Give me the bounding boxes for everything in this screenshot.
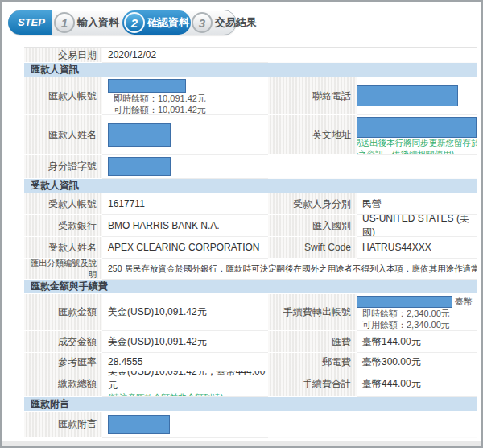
bottom-strip [2,441,481,446]
remit-category-value: 250 居民存放資金於國外銀行，匯款時可決定嗣後在國外之用途者不得列入本項，應依… [102,259,477,280]
step-badge: STEP [8,10,52,35]
remitter-account-label: 匯款人帳號 [24,77,102,115]
section-header-payee: 受款人資訊 [24,179,477,193]
postage-fee-value: 臺幣300.00元 [357,353,477,371]
transaction-date-value: 2020/12/02 [102,48,268,63]
step-indicator: STEP 1 輸入資料 2 確認資料 3 交易結果 [8,10,237,35]
memo-label: 匯款附言 [24,412,102,438]
swift-code-value: HATRUS44XXX [357,237,477,259]
step-3-result: 3 交易結果 [190,10,262,35]
redacted-remitter-account [108,79,186,93]
remit-fee-label: 匯費 [268,331,357,353]
remit-fee-value: 臺幣144.00元 [357,331,477,353]
remitter-name-row: 匯款人姓名 英文地址 (交易送出後本行將同步更新您留存於本行之資訊，供後續相關使… [24,115,477,155]
fee-total-label: 手續費合計 [268,371,357,397]
payee-name-row: 受款人姓名 APEX CLEARING CORPORATION Swift Co… [24,237,477,259]
reference-rate-label: 參考匯率 [24,353,102,371]
remitter-name-label: 匯款人姓名 [24,115,102,155]
id-number-label: 身分證字號 [24,155,102,179]
remit-amount-row: 匯款金額 美金(USD)10,091.42元 手續費轉出帳號 臺幣 即時餘額：2… [24,294,477,331]
remittance-confirm-page: STEP 1 輸入資料 2 確認資料 3 交易結果 交易日期 2020/12/0… [0,0,483,448]
payee-identity-label: 受款人身分別 [268,193,357,215]
reference-rate-value: 28.4555 [102,353,268,371]
deal-amount-value: 美金(USD)10,091.42元 [102,331,268,353]
memo-row: 匯款附言 [24,412,477,438]
fee-account-line: 臺幣 [357,296,473,308]
redacted-fee-account [357,296,452,308]
spacer [268,412,357,438]
remitter-account-cell: 即時餘額：10,091.42元 可用餘額：10,091.42元 [102,77,268,115]
remitter-available-balance: 可用餘額：10,091.42元 [108,104,206,115]
transaction-date-row: 交易日期 2020/12/02 [24,48,477,63]
english-address-note: (交易送出後本行將同步更新您留存於本行之資訊，供後續相關使用) [357,138,477,155]
remitter-account-row: 匯款人帳號 即時餘額：10,091.42元 可用餘額：10,091.42元 聯絡… [24,77,477,115]
fee-account-currency: 臺幣 [455,296,473,307]
swift-code-label: Swift Code [268,237,357,259]
total-payment-value: 美金(USD)10,091.42元，臺幣444.00元 [108,371,268,392]
deal-amount-row: 成交金額 美金(USD)10,091.42元 匯費 臺幣144.00元 [24,331,477,353]
spacer [268,155,357,179]
section-header-remitter: 匯款人資訊 [24,63,477,77]
step-2-confirm-data: 2 確認資料 [122,10,191,35]
redacted-remitter-name [108,123,171,147]
step-2-label: 確認資料 [147,15,189,30]
total-payment-cell: 美金(USD)10,091.42元，臺幣444.00元 (請注意匯款金額並非全額… [102,371,268,397]
total-payment-row: 繳款總額 美金(USD)10,091.42元，臺幣444.00元 (請注意匯款金… [24,371,477,397]
section-payee: 受款人資訊 [24,179,477,193]
english-address-label: 英文地址 [268,115,357,155]
contact-phone-cell [357,77,477,115]
spacer [268,48,357,63]
confirmation-form: 交易日期 2020/12/02 匯款人資訊 匯款人帳號 即時餘額：10,091.… [24,47,477,438]
fee-account-label: 手續費轉出帳號 [268,294,357,331]
fee-available-balance: 可用餘額：2,340.00元 [362,319,450,330]
remit-category-row: 匯出分類編號及說明 250 居民存放資金於國外銀行，匯款時可決定嗣後在國外之用途… [24,259,477,280]
inward-country-label: 匯入國別 [268,215,357,237]
redacted-id-number [108,157,171,176]
section-header-memo: 匯款附言 [24,397,477,412]
step-2-number-icon: 2 [124,12,145,33]
remitter-id-row: 身分證字號 [24,155,477,179]
deal-amount-label: 成交金額 [24,331,102,353]
payee-account-label: 受款人帳號 [24,193,102,215]
payee-identity-value: 民營 [357,193,477,215]
inward-country-value: US-UNITED STATES (美國) [357,215,477,237]
payee-name-label: 受款人姓名 [24,237,102,259]
fee-instant-balance: 即時餘額：2,340.00元 [362,308,450,319]
remit-category-label: 匯出分類編號及說明 [24,259,102,280]
payee-bank-value: BMO HARRIS BANK N.A. [102,215,268,237]
english-address-cell: (交易送出後本行將同步更新您留存於本行之資訊，供後續相關使用) [357,115,477,155]
remit-amount-label: 匯款金額 [24,294,102,331]
transaction-date-label: 交易日期 [24,48,102,63]
section-memo: 匯款附言 [24,397,477,412]
rate-row: 參考匯率 28.4555 郵電費 臺幣300.00元 [24,353,477,371]
payee-name-value: APEX CLEARING CORPORATION [102,237,268,259]
remit-amount-value: 美金(USD)10,091.42元 [102,294,268,331]
step-3-label: 交易結果 [215,15,257,30]
fee-account-cell: 臺幣 即時餘額：2,340.00元 可用餘額：2,340.00元 [357,294,477,331]
payee-account-row: 受款人帳號 1617711 受款人身分別 民營 [24,193,477,215]
remitter-instant-balance: 即時餘額：10,091.42元 [108,93,206,104]
remitter-name-cell [102,115,268,155]
spacer [357,412,477,438]
step-1-number-icon: 1 [54,12,75,33]
redacted-contact-phone [357,85,458,106]
spacer [357,155,477,179]
contact-phone-label: 聯絡電話 [268,77,357,115]
fee-total-value: 臺幣444.00元 [357,371,477,397]
section-amount: 匯款金額與手續費 [24,280,477,294]
id-number-cell [102,155,268,179]
total-payment-label: 繳款總額 [24,371,102,397]
step-1-label: 輸入資料 [77,15,119,30]
memo-cell [102,412,268,438]
section-header-amount: 匯款金額與手續費 [24,280,477,294]
spacer [357,48,477,63]
redacted-memo [108,415,170,434]
step-3-number-icon: 3 [192,12,213,33]
payee-account-value: 1617711 [102,193,268,215]
step-1-input-data: 1 輸入資料 [52,10,125,35]
redacted-english-address [357,117,477,138]
postage-fee-label: 郵電費 [268,353,357,371]
payee-bank-label: 受款銀行 [24,215,102,237]
payee-bank-row: 受款銀行 BMO HARRIS BANK N.A. 匯入國別 US-UNITED… [24,215,477,237]
section-remitter: 匯款人資訊 [24,63,477,77]
